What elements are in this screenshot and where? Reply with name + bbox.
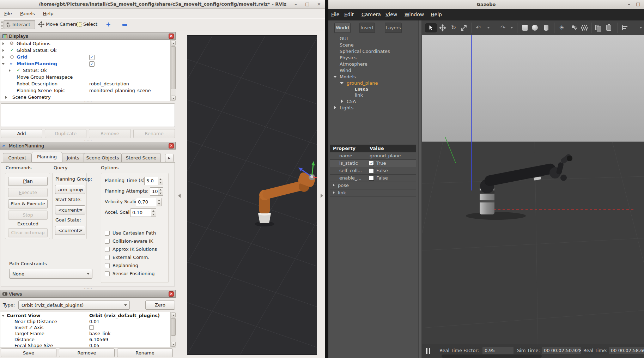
tree-row-robot-description[interactable]: Robot Description robot_description <box>0 81 170 87</box>
interact-tool-button[interactable]: Interact <box>4 20 35 29</box>
property-value[interactable]: ground_plane <box>370 153 401 158</box>
scroll-up-icon[interactable] <box>171 313 176 317</box>
checkbox[interactable] <box>105 231 110 236</box>
tree-item-wind[interactable]: Wind <box>340 68 351 73</box>
scrollbar-thumb[interactable] <box>171 318 176 336</box>
displays-scrollbar[interactable] <box>170 40 176 101</box>
collapse-arrow-icon[interactable] <box>333 76 337 78</box>
menu-file[interactable]: File <box>331 12 339 17</box>
menu-panels[interactable]: Panels <box>20 11 35 16</box>
gazebo-titlebar[interactable]: Gazebo – □ <box>328 0 644 9</box>
rotate-tool-icon[interactable]: ↻ <box>449 23 458 32</box>
collapse-arrow-icon[interactable] <box>2 63 5 65</box>
row-value[interactable]: monitored_planning_scene <box>89 88 151 93</box>
tree-item-ground-plane[interactable]: ground_plane <box>347 80 378 86</box>
maximize-icon[interactable]: □ <box>304 1 310 7</box>
menu-window[interactable]: Window <box>405 12 424 17</box>
more-tools-icon[interactable] <box>640 27 642 29</box>
menu-help[interactable]: Help <box>43 11 54 16</box>
expand-arrow-icon[interactable] <box>2 49 4 52</box>
tree-item-atmosphere[interactable]: Atmosphere <box>340 61 367 67</box>
directional-light-icon[interactable] <box>580 23 589 32</box>
menu-camera[interactable]: Camera <box>362 12 381 17</box>
align-icon[interactable] <box>620 23 630 32</box>
collapse-arrow-icon[interactable] <box>340 82 344 84</box>
motionplanning-close-icon[interactable]: × <box>169 143 174 148</box>
tab-stored-scene[interactable]: Stored Scene <box>121 153 161 163</box>
expand-arrow-icon[interactable] <box>2 56 4 59</box>
scroll-down-icon[interactable] <box>171 96 176 101</box>
expand-arrow-icon[interactable] <box>334 106 336 109</box>
scroll-up-icon[interactable] <box>171 41 176 45</box>
panel-collapse-left-icon[interactable] <box>178 194 181 198</box>
gazebo-3d-viewport[interactable] <box>422 35 644 358</box>
collapse-arrow-icon[interactable] <box>2 315 5 317</box>
menu-file[interactable]: File <box>4 11 12 16</box>
measure-tool-button[interactable] <box>121 20 130 29</box>
panel-splitter-handle[interactable] <box>365 142 382 144</box>
focus-camera-tool-button[interactable]: + <box>104 20 113 29</box>
insert-cylinder-icon[interactable] <box>542 23 551 32</box>
row-value[interactable]: 6.10569 <box>89 337 108 342</box>
toolbar-drag-handle[interactable] <box>1 21 3 29</box>
tab-scene-objects[interactable]: Scene Objects <box>84 153 121 163</box>
expand-arrow-icon[interactable] <box>9 69 11 72</box>
tree-row-status-ok[interactable]: ✓ Status: Ok <box>0 67 170 74</box>
menu-view[interactable]: View <box>385 12 397 17</box>
real-time-factor-value[interactable]: 0.95 <box>482 347 514 354</box>
plan-button[interactable]: Plan <box>8 177 48 186</box>
tree-row-grid[interactable]: Grid ✓ <box>0 54 170 61</box>
tab-joints[interactable]: Joints <box>62 153 84 163</box>
row-value[interactable]: 0.05 <box>89 343 99 348</box>
property-row-is-static[interactable]: is_static ✓ True <box>330 159 416 167</box>
scrollbar-thumb[interactable] <box>171 46 176 89</box>
row-value[interactable]: base_link <box>89 331 110 336</box>
tab-context[interactable]: Context <box>3 153 32 163</box>
property-row-self-collide[interactable]: self_coll... False <box>330 167 416 174</box>
move-camera-tool-button[interactable]: Move Camera <box>37 20 71 29</box>
undo-dropdown-icon[interactable] <box>487 27 490 29</box>
displays-close-icon[interactable]: × <box>169 34 174 39</box>
start-state-dropdown[interactable]: <current> <box>55 205 85 214</box>
remove-view-button[interactable]: Remove <box>59 348 115 357</box>
duplicate-display-button[interactable]: Duplicate <box>45 129 86 138</box>
panel-collapse-right-icon[interactable] <box>321 194 323 198</box>
property-row-name[interactable]: name ground_plane <box>330 152 416 159</box>
property-row-enable-wind[interactable]: enable_... False <box>330 174 416 182</box>
checkbox[interactable] <box>105 255 110 260</box>
self-collide-checkbox[interactable] <box>369 168 374 173</box>
expand-arrow-icon[interactable] <box>2 42 4 45</box>
planning-attempts-spinbox[interactable]: 10 <box>150 187 163 196</box>
real-time-value[interactable]: 00 00:02:58.60 <box>609 347 644 354</box>
scroll-down-icon[interactable] <box>171 342 176 347</box>
views-close-icon[interactable]: × <box>169 291 174 297</box>
views-panel-header[interactable]: Views × <box>0 290 176 298</box>
point-light-icon[interactable]: ☀ <box>557 23 566 32</box>
translate-tool-icon[interactable] <box>438 23 447 32</box>
pause-icon[interactable] <box>426 348 431 354</box>
expand-arrow-icon[interactable] <box>341 99 343 103</box>
panel-splitter[interactable] <box>418 20 422 358</box>
tab-world[interactable]: World <box>334 23 351 33</box>
spin-arrows-icon[interactable] <box>157 198 162 206</box>
redo-icon[interactable]: ↷ <box>498 23 508 32</box>
redo-dropdown-icon[interactable] <box>511 27 513 29</box>
expand-arrow-icon[interactable] <box>333 191 335 194</box>
add-display-button[interactable]: Add <box>1 129 42 138</box>
menu-help[interactable]: Help <box>431 12 442 17</box>
tree-item-spherical-coordinates[interactable]: Spherical Coordinates <box>340 49 390 54</box>
property-row-pose[interactable]: pose <box>330 182 416 189</box>
tree-row-global-status[interactable]: ✓ Global Status: Ok <box>0 47 170 54</box>
tree-item-scene[interactable]: Scene <box>340 42 354 48</box>
invert-z-checkbox[interactable] <box>89 325 94 330</box>
checkbox[interactable] <box>105 263 110 268</box>
velocity-scaling-spinbox[interactable]: 0.70 <box>136 198 162 206</box>
tree-item-link[interactable]: link <box>355 92 363 98</box>
views-scrollbar[interactable] <box>170 312 176 347</box>
view-type-dropdown[interactable]: Orbit (rviz_default_plugins) <box>18 301 130 310</box>
select-tool-button[interactable]: Select <box>75 20 98 29</box>
close-icon[interactable]: × <box>316 1 322 7</box>
rviz-3d-viewport[interactable] <box>187 35 317 355</box>
spin-arrows-icon[interactable] <box>151 209 156 217</box>
plan-and-execute-button[interactable]: Plan & Execute <box>8 199 48 208</box>
